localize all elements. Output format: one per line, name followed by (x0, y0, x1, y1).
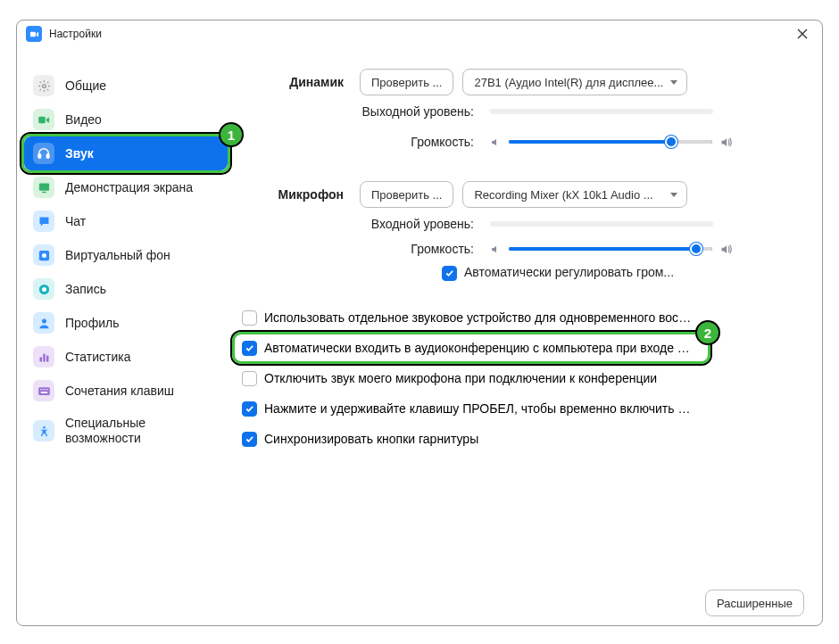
volume-high-icon (719, 243, 733, 256)
push-to-talk-checkbox[interactable] (242, 401, 257, 417)
sync-headset-checkbox[interactable] (242, 432, 257, 447)
sidebar-item-label: Видео (65, 112, 102, 127)
svg-point-1 (42, 84, 46, 87)
mic-volume-label: Громкость: (235, 242, 490, 256)
content: Динамик Проверить ... 27B1 (Аудио Intel(… (235, 47, 822, 625)
mic-volume-slider[interactable] (509, 247, 712, 251)
sidebar-item-label: Сочетания клавиш (65, 384, 174, 398)
sidebar-item-label: Запись (65, 282, 106, 296)
svg-rect-19 (40, 392, 47, 393)
svg-rect-5 (38, 183, 48, 190)
svg-rect-3 (38, 154, 41, 159)
svg-point-20 (43, 425, 46, 428)
sidebar-item-video[interactable]: Видео (24, 103, 228, 136)
svg-point-10 (42, 318, 46, 323)
sidebar-item-stats[interactable]: Статистика (24, 340, 228, 374)
input-level-meter (490, 221, 713, 227)
svg-point-7 (42, 253, 46, 258)
svg-rect-13 (46, 355, 49, 361)
input-level-label: Входной уровень: (235, 217, 490, 231)
sidebar-item-label: Статистика (65, 350, 131, 364)
svg-rect-15 (40, 389, 41, 390)
mute-on-join-label: Отключить звук моего микрофона при подкл… (264, 371, 657, 385)
sidebar-item-shortcuts[interactable]: Сочетания клавиш (24, 374, 228, 408)
close-button[interactable] (792, 23, 813, 45)
sidebar-item-profile[interactable]: Профиль (24, 306, 228, 340)
push-to-talk-label: Нажмите и удерживайте клавишу ПРОБЕЛ, чт… (264, 401, 693, 416)
svg-rect-0 (29, 31, 35, 37)
sync-headset-label: Синхронизировать кнопки гарнитуры (264, 432, 478, 446)
speaker-device-select[interactable]: 27B1 (Аудио Intel(R) для дисплее... (462, 69, 687, 95)
sidebar-item-background[interactable]: Виртуальный фон (24, 238, 228, 272)
speaker-device-value: 27B1 (Аудио Intel(R) для дисплее... (474, 76, 663, 89)
sidebar-item-label: Профиль (65, 316, 119, 330)
separate-device-checkbox[interactable] (242, 310, 257, 326)
svg-point-9 (42, 287, 46, 292)
svg-rect-18 (46, 389, 47, 390)
sidebar-item-general[interactable]: Общие (24, 69, 228, 103)
advanced-button[interactable]: Расширенные (705, 590, 804, 616)
sidebar-item-record[interactable]: Запись (24, 272, 228, 306)
badge-2: 2 (695, 320, 720, 345)
mic-section-label: Микрофон (235, 187, 360, 202)
sidebar-item-chat[interactable]: Чат (24, 204, 228, 238)
sidebar-item-accessibility[interactable]: Специальные возможности (24, 408, 228, 454)
badge-1: 1 (219, 122, 244, 147)
sidebar: Общие Видео 1 Звук Демонстрация экрана Ч… (17, 47, 235, 625)
sidebar-item-share[interactable]: Демонстрация экрана (24, 170, 228, 204)
sidebar-item-audio[interactable]: 1 Звук (24, 136, 228, 170)
separate-device-label: Использовать отдельное звуковое устройст… (264, 310, 693, 325)
svg-rect-2 (38, 116, 46, 123)
volume-low-icon (490, 136, 502, 148)
window-title: Настройки (49, 28, 792, 40)
test-speaker-button[interactable]: Проверить ... (360, 69, 453, 95)
settings-window: Настройки Общие Видео 1 Звук Демонстраци… (16, 20, 823, 626)
mic-device-select[interactable]: Recording Mixer (kX 10k1 Audio ... (462, 181, 687, 208)
auto-join-audio-checkbox[interactable] (242, 341, 257, 356)
svg-rect-12 (43, 353, 46, 361)
volume-high-icon (719, 136, 733, 149)
svg-rect-16 (42, 389, 43, 390)
svg-rect-14 (38, 387, 50, 395)
svg-rect-17 (45, 389, 46, 390)
auto-join-audio-label: Автоматически входить в аудиоконференцию… (264, 341, 693, 355)
auto-adjust-label: Автоматически регулировать гром... (464, 265, 674, 279)
svg-rect-4 (46, 154, 49, 159)
titlebar: Настройки (17, 21, 822, 47)
output-level-meter (490, 109, 713, 114)
speaker-volume-label: Громкость: (235, 135, 490, 149)
test-mic-button[interactable]: Проверить ... (360, 181, 453, 208)
output-level-label: Выходной уровень: (235, 104, 490, 119)
speaker-section-label: Динамик (235, 75, 360, 89)
sidebar-item-label: Специальные возможности (65, 416, 219, 447)
mute-on-join-checkbox[interactable] (242, 371, 257, 386)
sidebar-item-label: Демонстрация экрана (65, 180, 193, 194)
auto-adjust-checkbox[interactable] (442, 266, 457, 281)
sidebar-item-label: Чат (65, 214, 86, 228)
volume-low-icon (490, 244, 502, 255)
sidebar-item-label: Звук (65, 146, 94, 161)
sidebar-item-label: Виртуальный фон (65, 248, 170, 262)
sidebar-item-label: Общие (65, 78, 106, 93)
speaker-volume-slider[interactable] (509, 140, 712, 144)
svg-rect-11 (39, 357, 42, 361)
app-icon (26, 26, 42, 42)
mic-device-value: Recording Mixer (kX 10k1 Audio ... (474, 188, 652, 202)
